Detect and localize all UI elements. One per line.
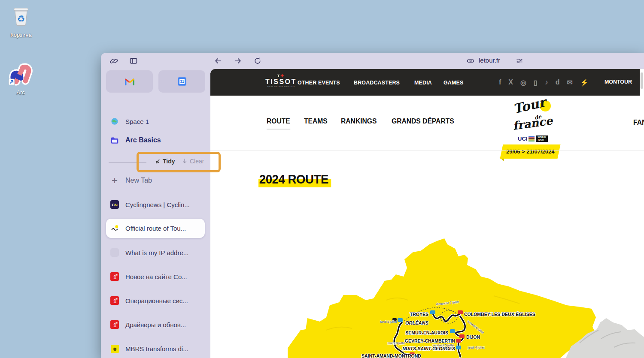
dates-banner: 29/06 > 21/07/2024 [500, 144, 560, 159]
nav-fan-partial[interactable]: FAN [633, 118, 644, 127]
url-text[interactable]: letour.fr [479, 57, 500, 64]
web-content: T✚ TISSOT SWISS WATCHES SINCE 1853 OTHER… [210, 69, 644, 358]
site-top-bar: T✚ TISSOT SWISS WATCHES SINCE 1853 OTHER… [210, 69, 644, 96]
stage-marker [430, 310, 435, 314]
copy-link-icon[interactable] [465, 55, 476, 66]
city-label-colombey: COLOMBEY-LES-DEUX-ÉGLISES [464, 312, 535, 317]
mobile-app-icon[interactable]: ▯ [534, 78, 538, 87]
strava-icon[interactable]: ⚡ [580, 78, 589, 87]
cyclingnews-favicon: CN [110, 200, 119, 209]
dailymotion-icon[interactable]: d [556, 78, 560, 86]
gmail-icon [124, 76, 135, 87]
1c-favicon: 1 [110, 272, 119, 281]
stage-marker [398, 318, 403, 322]
nav-grands-departs[interactable]: GRANDS DÉPARTS [392, 117, 454, 130]
pinned-tab-gmail[interactable] [106, 70, 153, 93]
sidebar: 31 Space 1 Arc Basics Tidy Clear [101, 69, 210, 358]
svg-text:31: 31 [180, 79, 184, 84]
recycle-bin-desktop-icon[interactable]: ♻ Корзина [1, 5, 41, 38]
header-divider [210, 150, 644, 150]
svg-text:♚: ♚ [112, 346, 116, 351]
forward-button[interactable] [232, 55, 243, 66]
menu-montour[interactable]: MONTOUR [605, 78, 632, 85]
page-title: 2024 ROUTE [258, 172, 337, 187]
space-globe-icon [110, 117, 119, 126]
x-twitter-icon[interactable]: X [508, 78, 513, 86]
arc-desktop-shortcut[interactable]: Arc [1, 60, 40, 96]
back-button[interactable] [213, 55, 224, 66]
folder-icon [110, 135, 119, 145]
stage-marker [456, 346, 461, 349]
scrollbar-thumb[interactable] [641, 72, 643, 89]
sidebar-tab-1c-new[interactable]: 1 Новое на сайте Co... [101, 267, 210, 286]
stage-marker [456, 339, 461, 343]
menu-other-events[interactable]: OTHER EVENTS [298, 79, 340, 86]
svg-text:CN: CN [112, 202, 118, 207]
uci-rainbow-icon [529, 136, 535, 141]
tissot-logo[interactable]: T✚ TISSOT SWISS WATCHES SINCE 1853 [265, 74, 297, 87]
city-label-troyes: TROYES [410, 312, 428, 317]
recycle-bin-icon: ♻ [9, 5, 33, 29]
pinned-tab-calendar[interactable]: 31 [158, 70, 205, 93]
nav-teams[interactable]: TEAMS [304, 117, 328, 130]
nav-rankings[interactable]: RANKINGS [341, 117, 377, 130]
clear-arrow-icon [182, 158, 188, 164]
1c-favicon: 1 [110, 296, 119, 305]
email-icon[interactable]: ✉ [567, 78, 573, 87]
sidebar-tab-cyclingnews[interactable]: CN Cyclingnews | Cyclin... [101, 195, 210, 214]
tiktok-icon[interactable]: ♪ [545, 78, 548, 86]
space-selector[interactable]: Space 1 [101, 112, 210, 131]
desktop: { "desktop": { "recycle_bin_label": "Кор… [0, 0, 644, 358]
1c-favicon: 1 [110, 320, 119, 329]
tour-de-france-logo[interactable]: Tour de france [511, 96, 556, 134]
space-label: Space 1 [125, 118, 149, 125]
facebook-icon[interactable]: f [499, 78, 501, 86]
stage-marker [458, 310, 463, 314]
svg-text:♻: ♻ [17, 14, 25, 24]
tidy-broom-icon [154, 158, 161, 165]
site-main-nav: ROUTE TEAMS RANKINGS GRANDS DÉPARTS [267, 117, 459, 130]
instagram-icon[interactable]: ◎ [520, 78, 526, 87]
blank-favicon [110, 248, 119, 257]
site-settings-icon[interactable] [514, 55, 525, 66]
stage-marker [450, 329, 455, 333]
tidy-button[interactable]: Tidy [154, 158, 175, 165]
sidebar-tab-official-route[interactable]: Official route of Tou... [101, 219, 210, 238]
nav-route[interactable]: ROUTE [267, 117, 290, 130]
race-dates: 29/06 > 21/07/2024 [506, 148, 554, 155]
recycle-bin-label: Корзина [1, 32, 41, 38]
arc-logo-icon[interactable] [108, 55, 119, 66]
arc-app-icon [8, 60, 33, 87]
tour-de-france-favicon [110, 224, 119, 233]
sidebar-tab-what-is-my-ip[interactable]: What is my IP addre... [101, 243, 210, 262]
menu-games[interactable]: GAMES [444, 79, 463, 86]
arc-browser-window: letour.fr 31 Space 1 [101, 53, 644, 358]
uci-world-tour-badge: UCI WORLD TOUR [518, 135, 548, 142]
date-label: vendredi 5 juillet [432, 344, 454, 347]
plus-icon: + [110, 176, 119, 185]
scrollbar-track[interactable] [640, 69, 644, 96]
sidebar-tab-mbrs[interactable]: ♚ MBRS transforms di... [101, 339, 210, 358]
menu-broadcasters[interactable]: BROADCASTERS [354, 79, 400, 86]
sidebar-toggle-icon[interactable] [128, 55, 139, 66]
city-label-gevrey: GEVREY-CHAMBERTIN [405, 338, 455, 343]
city-label-dijon: DIJON [466, 334, 480, 340]
refresh-button[interactable] [252, 55, 263, 66]
divider-left [109, 162, 146, 163]
sidebar-tab-1c-os[interactable]: 1 Операционные сис... [101, 291, 210, 310]
sidebar-tab-1c-drivers[interactable]: 1 Драйверы и обнов... [101, 315, 210, 334]
svg-text:Tour: Tour [512, 96, 549, 117]
svg-text:france: france [512, 114, 554, 132]
folder-label: Arc Basics [125, 136, 161, 144]
top-bar-menu: OTHER EVENTS BROADCASTERS MEDIA GAMES [298, 69, 465, 96]
mbrs-favicon: ♚ [110, 344, 119, 353]
menu-media[interactable]: MEDIA [414, 79, 432, 86]
folder-arc-basics[interactable]: Arc Basics [101, 131, 210, 150]
date-label: mardi 9 juillet [388, 342, 405, 345]
new-tab-button[interactable]: + New Tab [101, 171, 210, 190]
clear-button[interactable]: Clear [182, 158, 204, 165]
route-map[interactable]: TROYES COLOMBEY-LES-DEUX-ÉGLISES ORLÉANS… [288, 237, 644, 358]
stage-marker [459, 334, 465, 338]
city-label-orleans: ORLÉANS [405, 320, 428, 325]
social-icons: f X ◎ ▯ ♪ d ✉ ⚡ [499, 69, 589, 96]
